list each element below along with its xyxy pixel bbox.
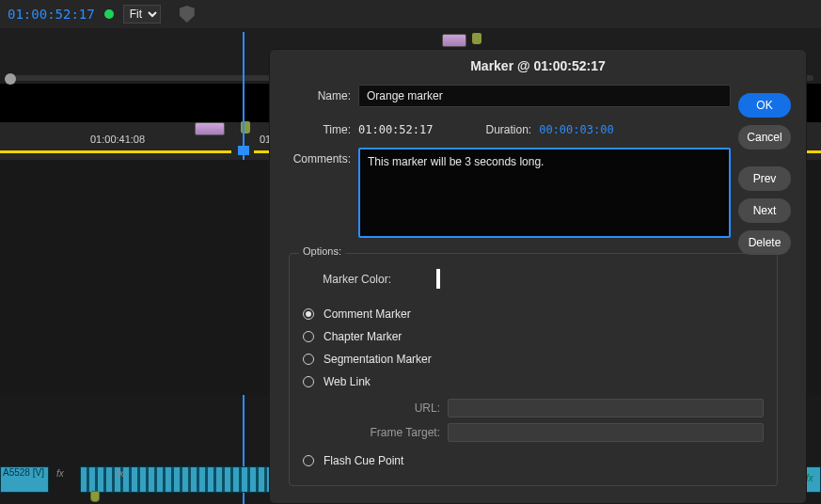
dialog-title: Marker @ 01:00:52:17	[270, 50, 806, 85]
radio-label: Web Link	[324, 375, 371, 388]
fx-badge: fx	[806, 473, 813, 483]
name-label: Name:	[270, 85, 358, 102]
frame-target-label: Frame Target:	[363, 426, 448, 439]
radio-label: Chapter Marker	[324, 330, 402, 343]
comments-input[interactable]: This marker will be 3 seconds long.	[358, 148, 731, 238]
frame-target-input[interactable]	[448, 423, 764, 442]
radio-icon	[303, 455, 314, 466]
shield-icon[interactable]	[180, 6, 195, 23]
preview-clip[interactable]	[442, 34, 466, 47]
track-marker-icon[interactable]	[90, 491, 100, 502]
radio-icon	[303, 354, 314, 365]
options-group: Options: Marker Color: Comment MarkerCha…	[289, 253, 778, 486]
dialog-button-column: OK Cancel Prev Next Delete	[738, 93, 791, 262]
zoom-select[interactable]: Fit	[123, 5, 161, 24]
options-label: Options:	[299, 245, 345, 257]
ruler-time-label: 01:00:41:08	[90, 134, 145, 145]
preview-scrollbar-thumb[interactable]	[5, 73, 16, 85]
radio-chapter[interactable]: Chapter Marker	[303, 325, 764, 348]
radio-icon	[303, 376, 314, 387]
delete-button[interactable]: Delete	[738, 230, 791, 255]
ruler-clip[interactable]	[195, 122, 225, 135]
video-clip[interactable]: A5528 [V]	[0, 466, 49, 493]
marker-color-label: Marker Color:	[303, 273, 404, 286]
fx-badge: fx	[117, 468, 124, 479]
radio-icon	[303, 308, 314, 320]
radio-label: Segmentation Marker	[324, 353, 432, 366]
radio-weblink[interactable]: Web Link	[303, 370, 764, 393]
radio-segmentation[interactable]: Segmentation Marker	[303, 348, 764, 370]
comments-label: Comments:	[270, 148, 358, 165]
marker-color-row: Marker Color:	[303, 271, 764, 288]
preview-marker-icon[interactable]	[472, 33, 482, 44]
duration-value[interactable]: 00:00:03:00	[539, 123, 613, 136]
radio-comment[interactable]: Comment Marker	[303, 303, 764, 325]
radio-label: Flash Cue Point	[324, 454, 403, 467]
radio-label: Comment Marker	[324, 307, 411, 321]
url-input[interactable]	[448, 399, 764, 417]
timecode-display[interactable]: 01:00:52:17	[8, 7, 95, 22]
prev-button[interactable]: Prev	[738, 166, 791, 191]
radio-flash[interactable]: Flash Cue Point	[303, 449, 764, 472]
duration-label: Duration:	[485, 123, 531, 136]
fx-badge: fx	[56, 468, 64, 479]
top-toolbar: 01:00:52:17 Fit	[0, 0, 821, 28]
ok-button[interactable]: OK	[738, 93, 791, 118]
marker-dialog: Marker @ 01:00:52:17 OK Cancel Prev Next…	[269, 49, 807, 504]
time-label: Time:	[270, 118, 358, 136]
time-value[interactable]: 01:00:52:17	[358, 123, 433, 136]
radio-icon	[303, 331, 314, 342]
name-input[interactable]	[358, 85, 731, 107]
status-dot-icon	[104, 9, 114, 19]
cancel-button[interactable]: Cancel	[738, 125, 791, 150]
next-button[interactable]: Next	[738, 198, 791, 223]
url-label: URL:	[363, 402, 448, 415]
